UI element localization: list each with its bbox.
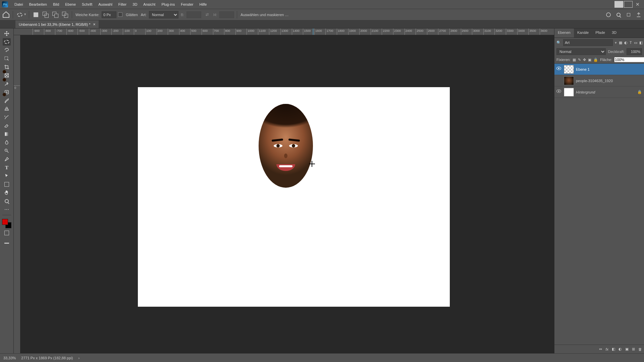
home-button[interactable] [2,11,10,19]
panel-tab-pfade[interactable]: Pfade [592,28,608,38]
layer-name[interactable]: Ebene 1 [576,67,642,71]
style-select[interactable]: Normal [149,11,178,18]
new-layer-icon[interactable]: ⊞ [632,347,635,351]
type-tool-icon[interactable]: T [3,164,11,171]
delete-layer-icon[interactable]: 🗑 [638,347,642,351]
tool-preset-ellipse-icon[interactable] [16,11,24,19]
document-info[interactable]: 2771 Px x 1869 Px (182,88 ppi) [21,356,73,360]
filter-type-icon[interactable]: T [630,40,632,46]
lock-paint-icon[interactable]: ✎ [578,57,581,62]
share-icon[interactable] [635,11,642,18]
panel-tab-3d[interactable]: 3D [608,28,620,38]
hand-tool-icon[interactable] [3,189,11,196]
panel-tab-kanäle[interactable]: Kanäle [574,28,592,38]
blur-tool-icon[interactable] [3,139,11,146]
menu-hilfe[interactable]: Hilfe [196,1,210,8]
eraser-tool-icon[interactable] [3,122,11,129]
layer-group-icon[interactable]: ▣ [625,347,629,351]
layer-thumbnail[interactable] [564,88,574,97]
path-selection-tool-icon[interactable] [3,172,11,180]
antialias-checkbox[interactable] [118,12,122,17]
lock-all-icon[interactable]: 🔒 [593,57,598,62]
lock-position-icon[interactable]: ✥ [583,57,586,62]
window-minimize-button[interactable] [614,1,623,8]
filter-smart-icon[interactable]: ◧ [639,40,643,46]
toolbar-more-icon[interactable]: ⋯ [3,206,11,213]
layer-thumbnail[interactable] [564,76,574,85]
cloud-sync-icon[interactable] [605,11,612,18]
layer-thumbnail[interactable] [564,65,574,74]
status-more-icon[interactable]: › [78,356,79,360]
menu-filter[interactable]: Filter [115,1,129,8]
color-swatches[interactable] [2,219,11,228]
menu-ebene[interactable]: Ebene [62,1,79,8]
layer-visibility-icon[interactable] [556,67,562,72]
menu-fenster[interactable]: Fenster [178,1,196,8]
layer-row[interactable]: Ebene 1 [554,64,644,75]
selection-intersect-icon[interactable] [61,11,69,19]
gradient-tool-icon[interactable] [3,130,11,138]
lasso-tool-icon[interactable] [3,47,11,54]
filter-pixel-icon[interactable]: ▦ [619,40,622,46]
object-selection-tool-icon[interactable] [3,55,11,62]
menu-datei[interactable]: Datei [11,1,26,8]
ruler-vertical[interactable]: 0 [14,35,20,353]
selection-add-icon[interactable] [42,11,50,19]
selection-new-icon[interactable] [32,11,40,19]
marquee-ellipse-tool-icon[interactable] [3,38,11,46]
workspace-switcher-icon[interactable] [625,11,632,18]
panel-tab-ebenen[interactable]: Ebenen [554,28,574,38]
window-maximize-button[interactable] [624,1,633,8]
rectangle-shape-tool-icon[interactable] [3,181,11,188]
menu-plug-ins[interactable]: Plug-ins [158,1,178,8]
history-brush-tool-icon[interactable] [3,114,11,121]
document-tab[interactable]: Unbenannt-1 bei 33,3% (Ebene 1, RGB/8) *… [15,20,99,28]
link-layers-icon[interactable]: ⇔ [599,347,602,351]
filter-adjust-icon[interactable]: ◐ [624,40,628,46]
pen-tool-icon[interactable] [3,156,11,163]
ruler-horizontal[interactable]: -900-800-700-600-500-400-300-200-1000100… [14,28,554,35]
search-icon[interactable] [615,11,622,18]
layer-style-icon[interactable]: fx [605,347,608,351]
layer-row[interactable]: people-3104635_1920 [554,75,644,86]
menu-bild[interactable]: Bild [50,1,62,8]
add-mask-icon[interactable]: ◧ [612,347,615,351]
screenmode-toggle-icon[interactable] [3,238,11,245]
blend-mode-select[interactable]: Normal [556,48,606,55]
dropdown-caret-icon[interactable]: ▾ [615,41,617,45]
search-icon[interactable]: 🔍 [556,41,561,45]
layer-name[interactable]: people-3104635_1920 [576,79,642,83]
clone-stamp-tool-icon[interactable] [3,105,11,113]
menu-bearbeiten[interactable]: Bearbeiten [26,1,50,8]
brush-tool-icon[interactable] [3,97,11,104]
zoom-level[interactable]: 33,33% [3,356,16,360]
menu-schrift[interactable]: Schrift [79,1,95,8]
select-and-mask-button[interactable]: Auswählen und maskieren … [240,13,288,17]
fill-input[interactable] [614,57,644,62]
menu-3d[interactable]: 3D [129,1,140,8]
layer-lock-icon[interactable]: 🔒 [637,90,642,94]
window-close-button[interactable]: ✕ [633,1,642,8]
menu-ansicht[interactable]: Ansicht [140,1,158,8]
layer-row[interactable]: Hintergrund🔒 [554,86,644,98]
filter-shape-icon[interactable]: ▭ [634,40,637,46]
menu-auswahl[interactable]: Auswahl [95,1,115,8]
move-tool-icon[interactable] [3,30,11,37]
dodge-tool-icon[interactable] [3,147,11,155]
opacity-input[interactable] [627,48,642,55]
zoom-tool-icon[interactable] [3,197,11,205]
adjustment-layer-icon[interactable]: ◐ [619,347,622,351]
foreground-color-swatch[interactable] [2,219,8,225]
lock-transparency-icon[interactable]: ▦ [573,57,576,62]
layer-visibility-icon[interactable] [556,78,562,83]
crop-tool-icon[interactable] [3,63,11,71]
layer-visibility-icon[interactable] [556,89,562,95]
quickmask-toggle-icon[interactable] [3,229,11,237]
feather-input[interactable] [102,11,116,18]
document-tab-close-icon[interactable]: × [93,22,95,27]
lock-artboard-icon[interactable]: ▣ [588,57,591,62]
selection-subtract-icon[interactable] [51,11,59,19]
canvas-stage[interactable] [20,35,554,353]
layer-name[interactable]: Hintergrund [576,90,635,94]
layers-filter-input[interactable] [563,39,613,46]
